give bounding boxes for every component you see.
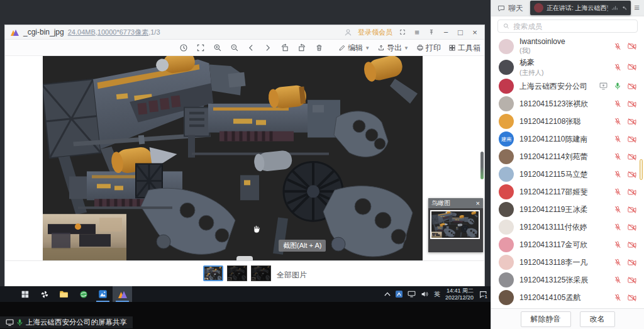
camera-off-icon[interactable] [628, 242, 636, 248]
print-button[interactable]: 打印 [416, 43, 441, 53]
birdseye-close-icon[interactable]: × [476, 199, 480, 207]
filmstrip-thumb[interactable] [251, 265, 271, 281]
account-icon[interactable] [344, 28, 352, 36]
member-row[interactable]: 18120415123张祺欣 [491, 95, 644, 113]
mic-off-icon[interactable] [614, 276, 621, 284]
member-row[interactable]: 19120412114刘苑蕾 [491, 148, 644, 165]
maximize-button[interactable]: □ [456, 28, 465, 36]
member-row[interactable]: 19120413118李一凡 [491, 254, 644, 271]
unmute-button[interactable]: 解除静音 [521, 311, 571, 327]
member-row[interactable]: 19120412108张聪 [491, 113, 644, 130]
toolbox-button[interactable]: 工具箱 [448, 43, 480, 53]
search-input[interactable] [513, 23, 632, 30]
file-dimensions[interactable]: 10000*6773像素 [96, 28, 148, 37]
edit-button[interactable]: 编辑▼ [338, 43, 370, 53]
previous-image-icon[interactable] [247, 43, 255, 52]
next-image-icon[interactable] [264, 43, 272, 52]
camera-off-icon[interactable] [628, 101, 636, 108]
zoom-out-icon[interactable] [230, 43, 239, 52]
member-names: 19120412115马立楚 [519, 169, 588, 180]
tray-app-icon[interactable] [396, 291, 402, 298]
camera-off-icon[interactable] [628, 277, 636, 284]
thumbnail-list-icon[interactable]: ≡ [413, 28, 421, 36]
filmstrip-thumb[interactable] [203, 265, 223, 281]
camera-off-icon[interactable] [628, 189, 636, 196]
fullscreen-icon[interactable] [398, 28, 407, 36]
rename-button[interactable]: 改名 [580, 311, 615, 327]
notification-icon[interactable]: 1 [479, 291, 487, 298]
camera-off-icon[interactable] [628, 224, 636, 231]
member-row[interactable]: 19120412117邵姬斐 [491, 183, 644, 201]
zoom-in-icon[interactable] [213, 43, 222, 52]
fit-screen-icon[interactable] [196, 43, 205, 52]
pin-icon[interactable] [427, 28, 436, 36]
camera-off-icon[interactable] [628, 294, 636, 301]
mic-off-icon[interactable] [614, 135, 621, 143]
camera-off-icon[interactable] [628, 64, 636, 70]
member-row[interactable]: 19120413111付依婷 [491, 218, 644, 236]
member-row[interactable]: 19120412119王冰柔 [491, 201, 644, 218]
mic-off-icon[interactable] [614, 43, 621, 50]
member-row[interactable]: Iwantsoinlove (我) [491, 36, 644, 57]
taskbar-photos-app-icon[interactable] [93, 286, 113, 302]
filmstrip-thumb[interactable] [227, 265, 247, 281]
mic-off-icon[interactable] [614, 118, 621, 125]
viewer-scrollbar-thumb[interactable] [480, 152, 484, 179]
mic-off-icon[interactable] [614, 223, 621, 231]
mic-off-icon[interactable] [614, 206, 621, 213]
camera-off-icon[interactable] [628, 171, 636, 178]
mic-off-icon[interactable] [614, 188, 621, 196]
displayed-image[interactable] [43, 56, 423, 260]
camera-off-icon[interactable] [628, 136, 636, 143]
minimize-button[interactable]: − [441, 28, 450, 36]
panel-menu-icon[interactable]: ≡ [634, 2, 640, 13]
camera-off-icon[interactable] [628, 43, 636, 50]
start-button[interactable] [15, 286, 35, 302]
mic-off-icon[interactable] [614, 241, 621, 248]
tab-chat[interactable]: 聊天 [497, 3, 523, 14]
member-list-scrollbar-thumb[interactable] [640, 159, 643, 180]
camera-off-icon[interactable] [628, 153, 636, 160]
mic-off-icon[interactable] [614, 64, 621, 71]
network-icon[interactable] [408, 291, 416, 298]
file-size[interactable]: 24.04MB [68, 28, 96, 36]
close-button[interactable]: × [470, 28, 479, 36]
viewer-canvas[interactable] [5, 56, 484, 260]
mic-off-icon[interactable] [614, 153, 621, 160]
all-images-label[interactable]: 全部图片 [277, 270, 307, 281]
camera-off-icon[interactable] [628, 83, 636, 90]
member-row[interactable]: 上海云础西安分公司 [491, 77, 644, 95]
mic-off-icon[interactable] [614, 259, 621, 266]
member-row[interactable]: 杨豪 (主持人) [491, 57, 644, 77]
rotate-left-icon[interactable] [280, 43, 289, 52]
taskbar-image-viewer-icon[interactable] [113, 286, 132, 302]
taskbar-file-explorer-icon[interactable] [54, 286, 74, 302]
filmstrip-collapse-handle[interactable] [236, 256, 253, 261]
volume-icon[interactable] [421, 291, 429, 298]
delete-icon[interactable] [315, 43, 323, 52]
member-row[interactable]: 19120414105孟航 [491, 289, 644, 306]
mic-off-icon[interactable] [614, 294, 621, 301]
mic-off-icon[interactable] [614, 100, 621, 108]
mic-off-icon[interactable] [614, 170, 621, 178]
member-row[interactable]: 19120412115马立楚 [491, 165, 644, 183]
tray-clock[interactable]: 14:41 周二 2022/12/20 [445, 287, 474, 301]
mic-on-icon[interactable] [614, 82, 621, 90]
taskbar-fan-app-icon[interactable] [35, 286, 54, 302]
camera-off-icon[interactable] [628, 206, 636, 213]
member-search-box[interactable] [497, 20, 638, 33]
camera-off-icon[interactable] [628, 259, 636, 266]
camera-off-icon[interactable] [628, 118, 636, 125]
actual-size-icon[interactable] [179, 43, 188, 52]
member-row[interactable]: 19120413117金可欣 [491, 236, 644, 254]
birdseye-viewport-frame[interactable] [430, 210, 480, 239]
return-arrow-icon[interactable] [621, 5, 627, 11]
taskbar-browser-icon[interactable] [74, 286, 93, 302]
input-language-indicator[interactable]: 英 [434, 290, 440, 299]
member-row[interactable]: 建南 19120412110陈建南 [491, 130, 644, 148]
export-button[interactable]: 导出▼ [377, 43, 409, 53]
member-row[interactable]: 19120413125张采辰 [491, 271, 644, 289]
tray-chevron-up-icon[interactable] [384, 292, 391, 296]
rotate-right-icon[interactable] [297, 43, 307, 52]
login-promo-link[interactable]: 登录领会员 [358, 28, 392, 37]
